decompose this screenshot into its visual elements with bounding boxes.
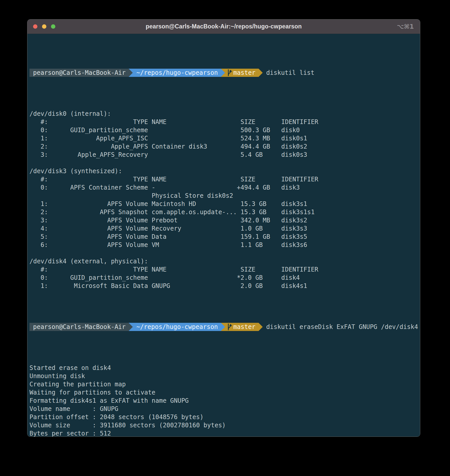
prompt-git-segment: master bbox=[225, 323, 259, 331]
command-text-2: diskutil eraseDisk ExFAT GNUPG /dev/disk… bbox=[266, 323, 418, 331]
git-branch-icon bbox=[227, 69, 232, 77]
prompt-host-segment: pearson@Carls-MacBook-Air bbox=[29, 69, 129, 77]
git-branch-label: master bbox=[233, 69, 255, 77]
terminal-window: pearson@Carls-MacBook-Air:~/repos/hugo-c… bbox=[27, 19, 420, 437]
fullscreen-button[interactable] bbox=[51, 24, 55, 29]
minimize-button[interactable] bbox=[42, 24, 46, 29]
window-title: pearson@Carls-MacBook-Air:~/repos/hugo-c… bbox=[27, 23, 420, 30]
git-branch-label: master bbox=[233, 323, 255, 331]
prompt-path-segment: ~/repos/hugo-cwpearson bbox=[133, 69, 221, 77]
close-button[interactable] bbox=[33, 24, 37, 29]
title-bar[interactable]: pearson@Carls-MacBook-Air:~/repos/hugo-c… bbox=[27, 19, 420, 34]
prompt-git-segment: master bbox=[225, 69, 259, 77]
powerline-arrow-icon bbox=[129, 69, 133, 77]
powerline-arrow-icon bbox=[259, 323, 263, 331]
git-branch-icon bbox=[227, 323, 232, 331]
powerline-arrow-icon bbox=[259, 69, 263, 77]
command-text-1: diskutil list bbox=[266, 69, 314, 77]
powerline-arrow-icon bbox=[221, 323, 225, 331]
prompt-host-segment: pearson@Carls-MacBook-Air bbox=[29, 323, 129, 331]
window-shortcut-badge: ⌥⌘1 bbox=[397, 19, 414, 34]
powerline-arrow-icon bbox=[129, 323, 133, 331]
prompt-path-segment: ~/repos/hugo-cwpearson bbox=[133, 323, 221, 331]
diskutil-list-output: /dev/disk0 (internal): #: TYPE NAME SIZE… bbox=[29, 110, 418, 290]
erase-disk-output: Started erase on disk4 Unmounting disk C… bbox=[29, 364, 418, 437]
prompt-line-1: pearson@Carls-MacBook-Air ~/repos/hugo-c… bbox=[29, 69, 418, 77]
prompt-line-2: pearson@Carls-MacBook-Air ~/repos/hugo-c… bbox=[29, 323, 418, 331]
terminal-content[interactable]: pearson@Carls-MacBook-Air ~/repos/hugo-c… bbox=[27, 34, 420, 437]
powerline-arrow-icon bbox=[221, 69, 225, 77]
traffic-lights bbox=[33, 19, 55, 34]
